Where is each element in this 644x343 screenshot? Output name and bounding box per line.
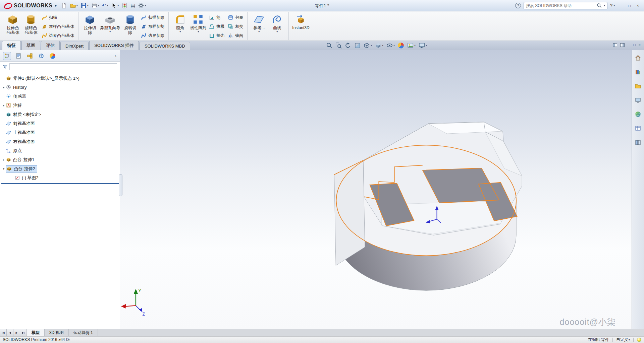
lofted-boss-button[interactable]: 放样凸台/基体 bbox=[40, 22, 76, 31]
part-model[interactable] bbox=[334, 122, 522, 290]
expand-arrow-icon[interactable]: ▸ bbox=[1, 158, 6, 161]
view-settings-button[interactable]: ▾ bbox=[419, 42, 427, 49]
expand-arrow-icon[interactable]: ▸ bbox=[1, 86, 6, 89]
custom-properties-button[interactable] bbox=[633, 124, 643, 133]
tree-item-sketch2[interactable]: (-) 草图2 bbox=[1, 173, 120, 182]
tree-item-boss-extrude1[interactable]: ▸ 凸台-拉伸1 bbox=[1, 155, 120, 164]
tab-sketch[interactable]: 草图 bbox=[21, 41, 40, 50]
print-button[interactable]: ▾ bbox=[90, 1, 100, 10]
pane-right-toggle-icon[interactable] bbox=[620, 43, 625, 47]
tab-dimxpert[interactable]: DimXpert bbox=[60, 42, 89, 50]
maximize-button[interactable]: □ bbox=[627, 3, 632, 8]
close-button[interactable]: × bbox=[635, 3, 641, 8]
hole-wizard-button[interactable]: 异型孔向导 ▾ bbox=[99, 12, 121, 33]
panel-splitter-handle[interactable] bbox=[119, 174, 122, 196]
help-menu[interactable]: ? ▾ bbox=[610, 3, 615, 8]
zoom-fit-button[interactable] bbox=[326, 42, 332, 49]
nav-next-button[interactable]: ▶ bbox=[13, 329, 20, 336]
tab-features[interactable]: 特征 bbox=[2, 41, 21, 50]
file-explorer-button[interactable] bbox=[633, 82, 643, 90]
tab-addins[interactable]: SOLIDWORKS 插件 bbox=[89, 41, 139, 50]
menu-expand-arrow-icon[interactable]: ▸ bbox=[55, 3, 57, 8]
swept-cut-button[interactable]: 扫描切除 bbox=[139, 13, 166, 22]
tree-item-material[interactable]: 材质 <未指定> bbox=[1, 110, 120, 119]
apply-scene-button[interactable]: ▾ bbox=[407, 42, 416, 49]
forum-button[interactable] bbox=[633, 138, 643, 147]
extruded-cut-button[interactable]: 拉伸切 除 bbox=[81, 12, 99, 35]
doc-restore-button[interactable]: □ bbox=[633, 43, 636, 47]
tab-displaymanager[interactable] bbox=[49, 52, 56, 60]
search-icon[interactable] bbox=[597, 3, 602, 8]
tree-root-row[interactable]: 零件1 (默认<<默认>_显示状态 1>) bbox=[1, 74, 120, 83]
doc-minimize-button[interactable]: ─ bbox=[628, 43, 630, 47]
nav-first-button[interactable]: |◀ bbox=[0, 329, 7, 336]
new-document-button[interactable] bbox=[60, 1, 68, 10]
undo-button[interactable]: ↶ ▾ bbox=[101, 1, 109, 10]
extruded-boss-button[interactable]: 拉伸凸 台/基体 bbox=[4, 12, 22, 35]
rollback-bar[interactable] bbox=[1, 183, 120, 184]
view-palette-button[interactable] bbox=[633, 96, 643, 105]
minimize-button[interactable]: ─ bbox=[618, 3, 624, 8]
file-properties-button[interactable]: ▤ bbox=[129, 1, 136, 10]
options-button[interactable]: ▾ bbox=[137, 1, 147, 10]
tab-propertymanager[interactable] bbox=[15, 52, 22, 60]
tab-featuremanager-tree[interactable] bbox=[3, 52, 11, 60]
search-scope-caret-icon[interactable]: ▾ bbox=[604, 4, 605, 7]
mirror-button[interactable]: 镜向 bbox=[226, 31, 245, 40]
fillet-button[interactable]: 圆角 ▾ bbox=[171, 12, 189, 33]
draft-button[interactable]: 拔模 bbox=[207, 22, 226, 31]
edit-appearance-button[interactable] bbox=[398, 42, 404, 49]
boundary-boss-button[interactable]: 边界凸台/基体 bbox=[40, 31, 76, 40]
shell-button[interactable]: 抽壳 bbox=[207, 31, 226, 40]
view-orientation-button[interactable]: ▾ bbox=[364, 42, 372, 49]
tree-item-annotations[interactable]: ▸ 注解 bbox=[1, 101, 120, 110]
save-button[interactable]: ▾ bbox=[79, 1, 90, 10]
revolved-boss-button[interactable]: 旋转凸 台/基体 bbox=[22, 12, 40, 35]
wrap-button[interactable]: 包覆 bbox=[226, 13, 245, 22]
lofted-cut-button[interactable]: 放样切割 bbox=[139, 22, 166, 31]
tab-mbd[interactable]: SOLIDWORKS MBD bbox=[140, 42, 190, 50]
help-circle-icon[interactable]: ? bbox=[515, 3, 521, 8]
linear-pattern-button[interactable]: 线性阵列 ▾ bbox=[189, 12, 207, 33]
selected-item-highlight[interactable]: 凸台-拉伸2 bbox=[6, 165, 37, 172]
nav-last-button[interactable]: ▶| bbox=[20, 329, 27, 336]
collapse-arrow-icon[interactable]: ▾ bbox=[1, 167, 6, 170]
tree-item-top-plane[interactable]: 上视基准面 bbox=[1, 128, 120, 137]
search-box[interactable]: ▾ bbox=[524, 2, 607, 9]
tree-item-front-plane[interactable]: 前视基准面 bbox=[1, 119, 120, 128]
section-view-button[interactable] bbox=[354, 42, 361, 49]
tree-item-right-plane[interactable]: 右视基准面 bbox=[1, 137, 120, 146]
swept-boss-button[interactable]: 扫描 bbox=[40, 13, 76, 22]
design-library-button[interactable] bbox=[633, 68, 643, 76]
appearances-scenes-button[interactable] bbox=[633, 110, 643, 119]
tree-item-sensors[interactable]: 传感器 bbox=[1, 92, 120, 101]
previous-view-button[interactable] bbox=[345, 42, 351, 49]
revolved-cut-button[interactable]: 旋转切 除 bbox=[121, 12, 139, 35]
rebuild-button[interactable] bbox=[120, 1, 129, 10]
status-customize[interactable]: 自定义 bbox=[616, 337, 628, 343]
boundary-cut-button[interactable]: 边界切除 bbox=[139, 31, 166, 40]
panel-collapse-arrow-icon[interactable]: › bbox=[115, 53, 116, 59]
display-style-button[interactable]: ▾ bbox=[375, 42, 383, 49]
connection-status-icon[interactable] bbox=[637, 338, 641, 342]
nav-prev-button[interactable]: ◀ bbox=[7, 329, 13, 336]
home-button[interactable] bbox=[633, 54, 643, 62]
tab-3d-views[interactable]: 3D 视图 bbox=[45, 329, 69, 336]
tab-configurationmanager[interactable] bbox=[26, 52, 34, 60]
tree-item-origin[interactable]: 原点 bbox=[1, 146, 120, 155]
tree-item-history[interactable]: ▸ History bbox=[1, 83, 120, 92]
tab-evaluate[interactable]: 评估 bbox=[41, 41, 60, 50]
select-button[interactable]: ▾ bbox=[110, 1, 120, 10]
hide-show-items-button[interactable]: ▾ bbox=[386, 42, 395, 49]
intersect-button[interactable]: 相交 bbox=[226, 22, 245, 31]
tree-filter-input[interactable] bbox=[9, 63, 117, 70]
customize-caret-icon[interactable]: ▾ bbox=[629, 338, 630, 341]
instant3d-button[interactable]: Instant3D bbox=[291, 12, 310, 30]
expand-arrow-icon[interactable]: ▸ bbox=[1, 104, 6, 107]
search-input[interactable] bbox=[526, 3, 595, 8]
tab-motion-study[interactable]: 运动算例 1 bbox=[69, 329, 98, 336]
tab-dimxpertmanager[interactable] bbox=[38, 52, 45, 60]
tree-item-boss-extrude2[interactable]: ▾ 凸台-拉伸2 bbox=[1, 164, 120, 173]
doc-close-button[interactable]: × bbox=[639, 43, 641, 47]
curves-button[interactable]: 曲线 ▾ bbox=[268, 12, 286, 33]
